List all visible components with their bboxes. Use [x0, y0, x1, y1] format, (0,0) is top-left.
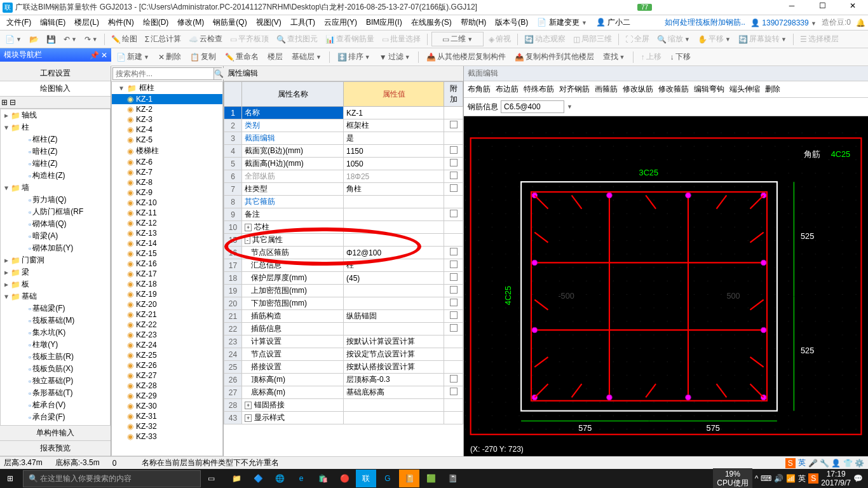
component-item[interactable]: ◉ KZ-21 — [112, 309, 222, 320]
section-tool[interactable]: 编辑弯钩 — [694, 84, 724, 95]
menu-help[interactable]: 帮助(H) — [457, 16, 491, 29]
property-row[interactable]: 19 上加密范围(mm) — [224, 285, 463, 297]
tree-child[interactable]: ▫ 暗梁(A) — [1, 230, 110, 242]
rebar-info-input[interactable] — [501, 100, 564, 113]
property-row[interactable]: 43+ 显示样式 — [224, 412, 463, 424]
component-search[interactable]: 🔍 — [112, 67, 222, 80]
view-rebar-button[interactable]: 📊 查看钢筋量 — [323, 32, 377, 46]
new-component-button[interactable]: 📄 新建 ▼ — [114, 50, 152, 64]
property-row[interactable]: 5截面高(H边)(mm)1050 — [224, 158, 463, 170]
ime-icon[interactable]: S — [785, 458, 796, 468]
component-item[interactable]: ◉ KZ-15 — [112, 248, 222, 259]
component-item[interactable]: ◉ KZ-20 — [112, 299, 222, 309]
menu-modify[interactable]: 修改(M) — [173, 16, 208, 29]
property-row[interactable]: 7柱类型角柱 — [224, 183, 463, 196]
top-view-button[interactable]: ◈ 俯视 — [486, 32, 513, 46]
menu-view[interactable]: 视图(V) — [252, 16, 285, 29]
cpu-meter[interactable]: 19% CPU使用 — [713, 468, 752, 488]
find-button[interactable]: 查找 ▼ — [600, 50, 628, 64]
tree-child[interactable]: ▫ 柱墩(Y) — [1, 339, 110, 351]
app-icon-8[interactable]: 🟩 — [421, 470, 441, 487]
tree-node[interactable]: ▶📁 门窗洞 — [1, 254, 110, 266]
tab-project-settings[interactable]: 工程设置 — [0, 66, 111, 81]
dynamic-view-button[interactable]: 🔄 动态观察 — [522, 32, 568, 46]
component-item[interactable]: ◉ KZ-24 — [112, 340, 222, 350]
app-icon-5[interactable]: 联 — [356, 470, 376, 487]
tray-lang[interactable]: 英 — [798, 473, 806, 484]
pan-button[interactable]: ✋ 平移 ▼ — [695, 32, 733, 46]
tree-child[interactable]: ▫ 框柱(Z) — [1, 133, 110, 146]
app-icon-1[interactable]: 📁 — [226, 470, 247, 487]
tray-keyboard-icon[interactable]: ⌨ — [761, 474, 771, 483]
property-row[interactable]: 17 汇总信息柱 — [224, 259, 463, 272]
minimize-button[interactable]: ─ — [779, 1, 804, 14]
tree-child[interactable]: ▫ 桩承台(V) — [1, 399, 110, 411]
search-input[interactable] — [113, 68, 214, 79]
select-floor-button[interactable]: ☰ 选择楼层 — [797, 32, 841, 46]
component-item[interactable]: ◉ KZ-14 — [112, 238, 222, 248]
section-tool[interactable]: 对齐钢筋 — [559, 84, 590, 95]
task-view-icon[interactable]: ▭ — [201, 470, 221, 487]
component-item[interactable]: ◉ KZ-9 — [112, 187, 222, 198]
component-item[interactable]: ◉ KZ-29 — [112, 391, 222, 401]
tree-node[interactable]: ▼📁 墙 — [1, 182, 110, 194]
property-row[interactable]: 26 顶标高(m)层顶标高-0.3 — [224, 374, 463, 386]
tray-volume-icon[interactable]: 🔊 — [774, 474, 783, 483]
section-tool[interactable]: 修改纵筋 — [623, 84, 653, 95]
user-phone[interactable]: 👤 13907298339 ▼ — [750, 18, 817, 27]
property-row[interactable]: 9备注 — [224, 208, 463, 221]
lang-icon[interactable]: 英 — [798, 458, 806, 468]
copy-from-floor-button[interactable]: 📥 从其他楼层复制构件 — [424, 50, 508, 64]
tree-node[interactable]: ▶📁 梁 — [1, 266, 110, 278]
dropdown-icon[interactable]: ▼ — [567, 104, 573, 110]
property-row[interactable]: 28+ 锚固搭接 — [224, 399, 463, 412]
property-row[interactable]: 23 计算设置按默认计算设置计算 — [224, 336, 463, 348]
batch-select-button[interactable]: ▭ 批量选择 — [379, 32, 423, 46]
move-up-button[interactable]: ↑ 上移 — [639, 50, 664, 64]
property-row[interactable]: 6全部纵筋18Φ25 — [224, 170, 463, 183]
new-file-icon[interactable]: 📄▼ — [3, 34, 24, 45]
menu-draw[interactable]: 绘图(D) — [139, 16, 173, 29]
component-item[interactable]: ◉ KZ-28 — [112, 381, 222, 391]
component-item[interactable]: ◉ KZ-7 — [112, 167, 222, 177]
maximize-button[interactable]: ☐ — [810, 1, 835, 14]
menu-component[interactable]: 构件(N) — [104, 16, 138, 29]
section-tool[interactable]: 布边筋 — [496, 84, 519, 95]
component-item[interactable]: ◉ KZ-1 — [112, 94, 222, 104]
tree-node[interactable]: ▶📁 轴线 — [1, 109, 110, 121]
floor-dropdown[interactable]: 楼层 — [265, 50, 285, 64]
property-row[interactable]: 1名称KZ-1 — [224, 107, 463, 119]
section-canvas[interactable]: 575 575 525 525 3C25 4C25 角筋 4C25 -500 5… — [464, 116, 868, 456]
property-row[interactable]: 15- 其它属性 — [224, 234, 463, 247]
expand-icon[interactable]: ⊞ — [1, 98, 8, 107]
menu-version[interactable]: 版本号(B) — [491, 16, 532, 29]
property-row[interactable]: 4截面宽(B边)(mm)1150 — [224, 145, 463, 158]
tree-child[interactable]: ▫ 独立基础(P) — [1, 375, 110, 387]
local-3d-button[interactable]: ◫ 局部三维 — [571, 32, 614, 46]
start-button[interactable]: ⊞ — [0, 470, 20, 487]
menu-tools[interactable]: 工具(T) — [287, 16, 319, 29]
property-row[interactable]: 18 保护层厚度(mm)(45) — [224, 272, 463, 285]
tree-child[interactable]: ▫ 基础梁(F) — [1, 302, 110, 315]
app-icon-3[interactable]: 🌐 — [269, 470, 290, 487]
collapse-icon[interactable]: ⊟ — [10, 98, 16, 107]
component-item[interactable]: ◉ KZ-18 — [112, 279, 222, 289]
section-tool[interactable]: 删除 — [765, 84, 780, 95]
property-row[interactable]: 16 节点区箍筋Φ12@100 — [224, 247, 463, 259]
component-item[interactable]: ◉ KZ-5 — [112, 135, 222, 145]
search-button[interactable]: 🔍 — [214, 68, 224, 79]
property-row[interactable]: 10+ 芯柱 — [224, 221, 463, 234]
base-floor-dropdown[interactable]: 基础层 ▼ — [289, 50, 324, 64]
property-row[interactable]: 8其它箍筋 — [224, 196, 463, 208]
delete-button[interactable]: ✕ 删除 — [156, 50, 184, 64]
menu-cloud[interactable]: 云应用(Y) — [320, 16, 361, 29]
component-item[interactable]: ◉ KZ-2 — [112, 104, 222, 114]
redo-icon[interactable]: ↷▼ — [82, 34, 100, 45]
component-item[interactable]: ◉ KZ-32 — [112, 421, 222, 431]
component-item[interactable]: ◉ KZ-12 — [112, 218, 222, 228]
section-tool[interactable]: 端头伸缩 — [729, 84, 760, 95]
section-tool[interactable]: 画箍筋 — [595, 84, 618, 95]
property-row[interactable]: 20 下加密范围(mm) — [224, 297, 463, 310]
view-mode-dropdown[interactable]: ▭ 二维 ▼ — [431, 32, 484, 46]
component-item[interactable]: ◉ KZ-33 — [112, 431, 222, 442]
